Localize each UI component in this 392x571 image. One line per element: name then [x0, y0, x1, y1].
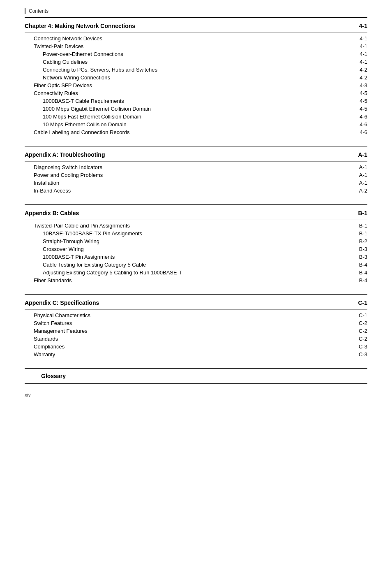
toc-entry-page: 4-2 — [360, 67, 367, 73]
toc-entry-title: Straight-Through Wiring — [25, 238, 99, 244]
toc-entry-title: Management Features — [25, 328, 88, 334]
toc-entry-title: Connecting to PCs, Servers, Hubs and Swi… — [25, 67, 157, 73]
toc-entry: Switch FeaturesC-2 — [25, 319, 367, 327]
toc-entry: Management FeaturesC-2 — [25, 327, 367, 335]
toc-entry-title: Cable Testing for Existing Category 5 Ca… — [25, 262, 146, 268]
toc-entry-page: B-1 — [359, 223, 367, 229]
toc-entry: In-Band AccessA-2 — [25, 187, 367, 195]
toc-entry-page: C-2 — [359, 320, 367, 326]
toc-entry-title: Fiber Optic SFP Devices — [25, 82, 92, 88]
toc-entry-page: B-2 — [359, 238, 367, 244]
toc-entry-page: 4-6 — [360, 121, 367, 128]
toc-entry-page: A-1 — [359, 164, 367, 170]
section-header-appendixC: Appendix C: SpecificationsC-1 — [25, 297, 367, 310]
glossary-title: Glossary — [41, 373, 66, 379]
toc-entry-title: Compliances — [25, 344, 65, 350]
section-page-appendixC: C-1 — [358, 299, 367, 306]
section-header-chapter4: Chapter 4: Making Network Connections4-1 — [25, 20, 367, 33]
toc-entry-page: C-2 — [359, 328, 367, 334]
toc-entry-page: 4-6 — [360, 114, 367, 120]
toc-entry-title: Standards — [25, 336, 58, 342]
toc-entry-page: A-1 — [359, 172, 367, 178]
toc-entry-page: C-3 — [359, 344, 367, 350]
section-title-appendixB: Appendix B: Cables — [25, 210, 79, 216]
toc-entry: Diagnosing Switch IndicatorsA-1 — [25, 163, 367, 171]
toc-entry: Connecting Network Devices4-1 — [25, 35, 367, 42]
toc-entry-title: Adjusting Existing Category 5 Cabling to… — [25, 269, 182, 276]
toc-entry-page: B-4 — [359, 277, 367, 283]
toc-entry-page: C-2 — [359, 336, 367, 342]
toc-entry-title: Diagnosing Switch Indicators — [25, 164, 102, 170]
section-page-appendixA: A-1 — [358, 151, 367, 158]
toc-entry: 10 Mbps Ethernet Collision Domain4-6 — [25, 121, 367, 128]
toc-entry: Cable Testing for Existing Category 5 Ca… — [25, 261, 367, 269]
toc-entry: InstallationA-1 — [25, 179, 367, 187]
toc-entry: Physical CharacteristicsC-1 — [25, 311, 367, 319]
section-title-chapter4: Chapter 4: Making Network Connections — [25, 23, 135, 29]
toc-entry: CompliancesC-3 — [25, 343, 367, 350]
toc-entry-title: Network Wiring Connections — [25, 74, 110, 81]
toc-entry-title: 1000 Mbps Gigabit Ethernet Collision Dom… — [25, 106, 151, 112]
contents-label: Contents — [25, 8, 367, 14]
toc-entry-page: 4-1 — [360, 59, 367, 65]
toc-entry-page: 4-5 — [360, 98, 367, 104]
toc-entry-title: 1000BASE-T Pin Assignments — [25, 254, 115, 260]
toc-entry-page: B-4 — [359, 269, 367, 276]
toc-entry: 1000BASE-T Pin AssignmentsB-3 — [25, 253, 367, 261]
toc-entry-title: Fiber Standards — [25, 277, 72, 283]
toc-entry-page: A-2 — [359, 188, 367, 194]
section-page-chapter4: 4-1 — [359, 23, 367, 29]
toc-entry-title: In-Band Access — [25, 188, 71, 194]
toc-entry: Connectivity Rules4-5 — [25, 89, 367, 97]
toc-entry: Network Wiring Connections4-2 — [25, 74, 367, 81]
toc-entry-title: Twisted-Pair Cable and Pin Assignments — [25, 223, 130, 229]
toc-entry-page: 4-1 — [360, 43, 367, 49]
toc-entry: Connecting to PCs, Servers, Hubs and Swi… — [25, 66, 367, 74]
toc-entry: 1000BASE-T Cable Requirements4-5 — [25, 97, 367, 105]
toc-entry-page: B-4 — [359, 262, 367, 268]
toc-entry-page: A-1 — [359, 180, 367, 186]
toc-entry: Power and Cooling ProblemsA-1 — [25, 171, 367, 179]
toc-entry-page: B-1 — [359, 230, 367, 237]
toc-entry: 1000 Mbps Gigabit Ethernet Collision Dom… — [25, 105, 367, 113]
toc-entry: Fiber StandardsB-4 — [25, 276, 367, 284]
toc-entry: 10BASE-T/100BASE-TX Pin AssignmentsB-1 — [25, 230, 367, 237]
toc-entry-page: C-1 — [359, 312, 367, 318]
toc-entry-page: B-3 — [359, 246, 367, 252]
toc-entry-title: 1000BASE-T Cable Requirements — [25, 98, 124, 104]
toc-entry: Crossover WiringB-3 — [25, 245, 367, 253]
toc-entry-page: 4-5 — [360, 90, 367, 96]
toc-entry: StandardsC-2 — [25, 335, 367, 343]
section-page-appendixB: B-1 — [358, 210, 367, 216]
toc-entry: Twisted-Pair Cable and Pin AssignmentsB-… — [25, 222, 367, 230]
toc-entry-title: Installation — [25, 180, 59, 186]
toc-entry: WarrantyC-3 — [25, 350, 367, 358]
section-appendixB: Appendix B: CablesB-1Twisted-Pair Cable … — [25, 204, 367, 284]
toc-entry-title: Connecting Network Devices — [25, 35, 102, 42]
toc-entry-title: Cable Labeling and Connection Records — [25, 129, 129, 135]
toc-entry-title: 100 Mbps Fast Ethernet Collision Domain — [25, 114, 141, 120]
section-appendixC: Appendix C: SpecificationsC-1Physical Ch… — [25, 294, 367, 358]
toc-entry: 100 Mbps Fast Ethernet Collision Domain4… — [25, 113, 367, 121]
toc-entry-title: Crossover Wiring — [25, 246, 84, 252]
toc-entry: Power-over-Ethernet Connections4-1 — [25, 50, 367, 58]
toc-entry-title: Physical Characteristics — [25, 312, 90, 318]
toc-entry: Fiber Optic SFP Devices4-3 — [25, 81, 367, 89]
toc-entry-page: 4-3 — [360, 82, 367, 88]
section-title-appendixA: Appendix A: Troubleshooting — [25, 151, 105, 158]
footer-page: xiv — [25, 392, 367, 398]
glossary-section: Glossary — [25, 368, 367, 384]
toc-entry-page: B-3 — [359, 254, 367, 260]
toc-entry: Cable Labeling and Connection Records4-6 — [25, 128, 367, 136]
section-appendixA: Appendix A: TroubleshootingA-1Diagnosing… — [25, 146, 367, 195]
toc-entry-title: Power-over-Ethernet Connections — [25, 51, 123, 57]
toc-entry-title: Cabling Guidelines — [25, 59, 88, 65]
toc-entry-title: Connectivity Rules — [25, 90, 78, 96]
toc-entry-page: 4-1 — [360, 35, 367, 42]
toc-entry-title: Power and Cooling Problems — [25, 172, 103, 178]
section-header-appendixA: Appendix A: TroubleshootingA-1 — [25, 149, 367, 162]
toc-entry: Adjusting Existing Category 5 Cabling to… — [25, 269, 367, 276]
toc-entry-page: 4-2 — [360, 74, 367, 81]
section-header-appendixB: Appendix B: CablesB-1 — [25, 207, 367, 220]
toc-entry-title: Switch Features — [25, 320, 72, 326]
